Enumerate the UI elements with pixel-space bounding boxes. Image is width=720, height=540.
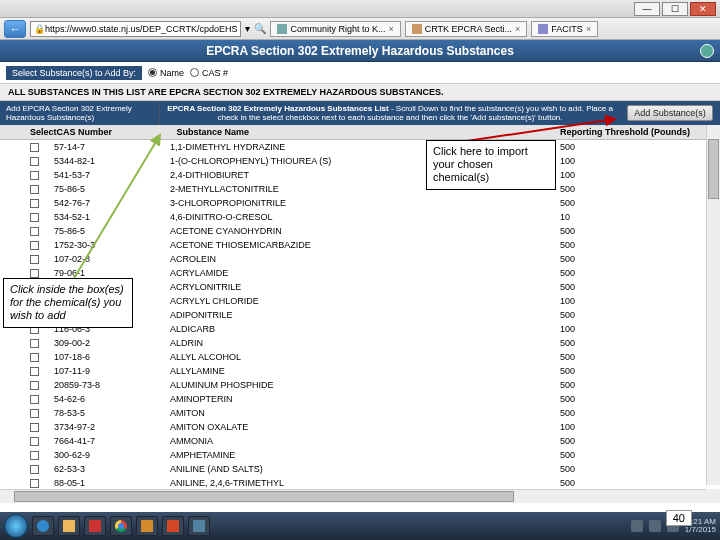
select-checkbox[interactable] [30,199,39,208]
window-minimize-button[interactable]: — [634,2,660,16]
radio-cas-group[interactable]: CAS # [190,68,228,78]
cell-reporting-threshold: 500 [560,394,720,404]
browser-tab-1[interactable]: Community Right to K... × [270,21,400,37]
select-checkbox[interactable] [30,213,39,222]
table-row: 54-62-6AMINOPTERIN500 [0,392,720,406]
select-checkbox[interactable] [30,185,39,194]
taskbar-java-icon[interactable] [188,516,210,536]
select-checkbox[interactable] [30,465,39,474]
scrollbar-thumb[interactable] [708,139,719,199]
select-checkbox[interactable] [30,171,39,180]
taskbar-ie-icon[interactable] [32,516,54,536]
page-title: EPCRA Section 302 Extremely Hazardous Su… [206,44,514,58]
cell-substance-name: AMMONIA [170,436,560,446]
favicon-icon [538,24,548,34]
select-checkbox[interactable] [30,339,39,348]
radio-cas[interactable] [190,68,199,77]
tray-network-icon[interactable] [649,520,661,532]
cell-reporting-threshold: 100 [560,170,720,180]
cell-substance-name: ALLYL ALCOHOL [170,352,560,362]
cell-substance-name: 3-CHLOROPROPIONITRILE [170,198,560,208]
select-checkbox[interactable] [30,241,39,250]
cell-substance-name: ACRYLONITRILE [170,282,560,292]
cell-cas: 78-53-5 [50,408,170,418]
tab-close-icon[interactable]: × [515,24,520,34]
select-checkbox[interactable] [30,227,39,236]
table-row: 3734-97-2AMITON OXALATE100 [0,420,720,434]
select-checkbox[interactable] [30,437,39,446]
cell-substance-name: ALDICARB [170,324,560,334]
cell-reporting-threshold: 500 [560,366,720,376]
taskbar-chrome-icon[interactable] [110,516,132,536]
lock-icon: 🔒 [34,24,45,34]
cell-reporting-threshold: 500 [560,184,720,194]
tray-flag-icon[interactable] [631,520,643,532]
back-button[interactable]: ← [4,20,26,38]
scrollbar-thumb[interactable] [14,491,514,502]
info-strip: ALL SUBSTANCES IN THIS LIST ARE EPCRA SE… [0,84,720,101]
address-bar-row: ← 🔒 https://www0.state.nj.us/DEP_CCRTK/c… [0,18,720,40]
cell-cas: 88-05-1 [50,478,170,488]
select-checkbox[interactable] [30,269,39,278]
cell-cas: 3734-97-2 [50,422,170,432]
radio-name[interactable] [148,68,157,77]
cell-reporting-threshold: 100 [560,422,720,432]
tab-close-icon[interactable]: × [388,24,393,34]
window-maximize-button[interactable]: ☐ [662,2,688,16]
cell-substance-name: ALLYLAMINE [170,366,560,376]
radio-cas-label: CAS # [202,68,228,78]
browser-tab-2[interactable]: CRTK EPCRA Secti... × [405,21,528,37]
url-field[interactable]: 🔒 https://www0.state.nj.us/DEP_CCRTK/cpd… [30,21,241,37]
cell-substance-name: AMITON [170,408,560,418]
select-checkbox[interactable] [30,479,39,488]
taskbar-outlook-icon[interactable] [136,516,158,536]
cell-reporting-threshold: 500 [560,226,720,236]
taskbar-explorer-icon[interactable] [58,516,80,536]
select-checkbox[interactable] [30,353,39,362]
select-by-row: Select Substance(s) to Add By: Name CAS … [0,62,720,84]
start-button[interactable] [4,514,28,538]
vertical-scrollbar[interactable] [706,125,720,485]
cell-cas: 107-18-6 [50,352,170,362]
cell-reporting-threshold: 500 [560,338,720,348]
cell-reporting-threshold: 500 [560,268,720,278]
select-checkbox[interactable] [30,367,39,376]
add-substances-button[interactable]: Add Substance(s) [627,105,713,121]
tab-close-icon[interactable]: × [586,24,591,34]
cell-substance-name: ACROLEIN [170,254,560,264]
table-row: 20859-73-8ALUMINUM PHOSPHIDE500 [0,378,720,392]
cell-reporting-threshold: 500 [560,450,720,460]
callout-import: Click here to import your chosen chemica… [426,140,556,190]
select-checkbox[interactable] [30,451,39,460]
refresh-icon[interactable]: 🔍 [254,23,266,34]
select-checkbox[interactable] [30,157,39,166]
horizontal-scrollbar[interactable] [0,489,706,503]
cell-cas: 54-62-6 [50,394,170,404]
cell-reporting-threshold: 500 [560,408,720,418]
select-checkbox[interactable] [30,255,39,264]
browser-tab-3[interactable]: FACITS × [531,21,598,37]
select-checkbox[interactable] [30,409,39,418]
scrollbar-corner [706,489,720,503]
cell-reporting-threshold: 500 [560,198,720,208]
cell-reporting-threshold: 500 [560,380,720,390]
cell-reporting-threshold: 10 [560,212,720,222]
help-icon[interactable] [700,44,714,58]
taskbar-powerpoint-icon[interactable] [162,516,184,536]
table-row: 78-53-5AMITON500 [0,406,720,420]
select-checkbox[interactable] [30,143,39,152]
cell-substance-name: ANILINE, 2,4,6-TRIMETHYL [170,478,560,488]
window-close-button[interactable]: ✕ [690,2,716,16]
radio-name-group[interactable]: Name [148,68,184,78]
cell-reporting-threshold: 100 [560,324,720,334]
select-checkbox[interactable] [30,381,39,390]
table-row: 107-11-9ALLYLAMINE500 [0,364,720,378]
cell-substance-name: ADIPONITRILE [170,310,560,320]
select-checkbox[interactable] [30,395,39,404]
cell-reporting-threshold: 500 [560,240,720,250]
taskbar-app-icon[interactable] [84,516,106,536]
favicon-icon [277,24,287,34]
cell-substance-name: ALDRIN [170,338,560,348]
select-checkbox[interactable] [30,423,39,432]
cert-dropdown-icon[interactable]: ▾ [245,23,250,34]
